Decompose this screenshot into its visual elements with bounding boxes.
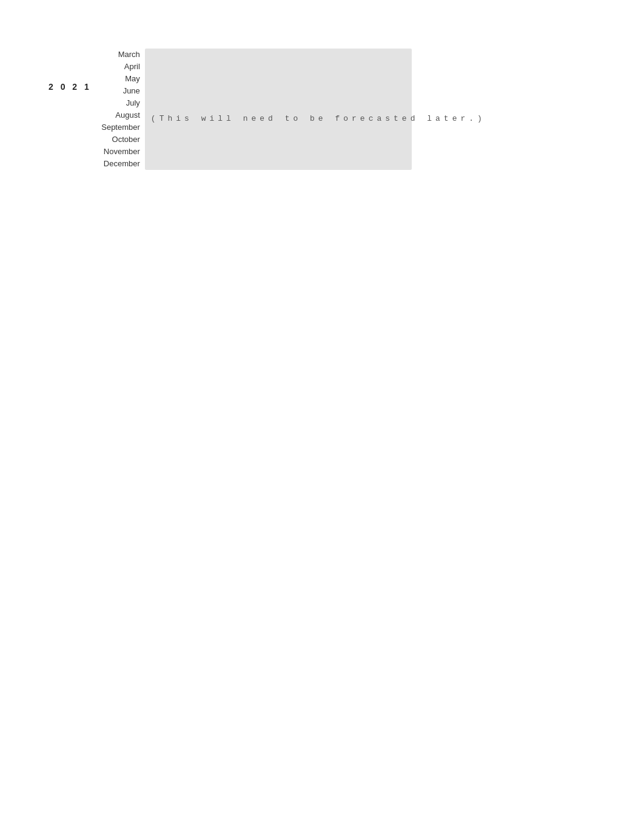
content-area: (This will need to be forecasted later.): [145, 49, 486, 123]
month-label: June: [123, 85, 140, 97]
month-label: July: [126, 97, 140, 109]
month-label: November: [104, 146, 140, 158]
month-label: September: [101, 121, 140, 134]
month-label: May: [125, 73, 140, 85]
forecast-message: (This will need to be forecasted later.): [145, 49, 486, 123]
month-label: March: [118, 49, 140, 61]
month-label: October: [112, 134, 140, 146]
main-container: 2 0 2 1 MarchAprilMayJuneJulyAugustSepte…: [0, 0, 644, 170]
year-label: 2 0 2 1: [49, 49, 92, 92]
months-column: MarchAprilMayJuneJulyAugustSeptemberOcto…: [98, 49, 140, 170]
month-label: April: [124, 61, 140, 73]
month-label: December: [104, 158, 140, 170]
month-label: August: [115, 109, 139, 121]
